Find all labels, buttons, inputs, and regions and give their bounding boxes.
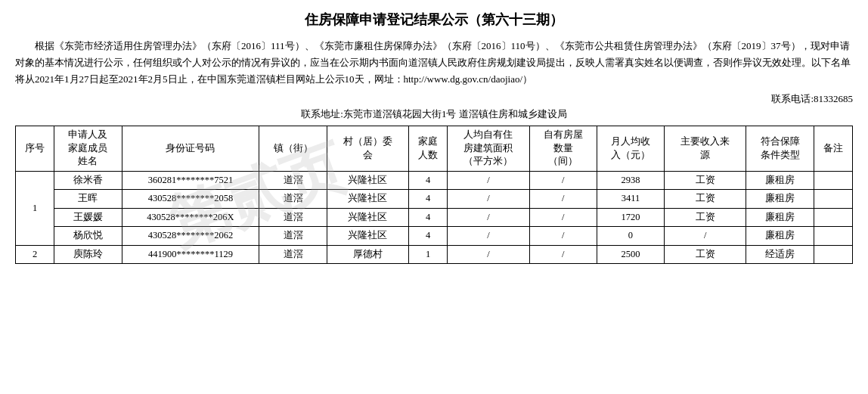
cell-village: 兴隆社区: [327, 208, 408, 227]
cell-type: 廉租房: [746, 190, 814, 209]
cell-family: 1: [409, 245, 448, 264]
cell-name: 杨欣悦: [54, 227, 122, 246]
cell-town: 道滘: [259, 208, 327, 227]
contact-phone: 联系电话:81332685: [15, 92, 853, 106]
cell-source: 工资: [665, 208, 746, 227]
header-note: 备注: [814, 126, 852, 172]
header-town: 镇（街）: [259, 126, 327, 172]
header-seq: 序号: [16, 126, 54, 172]
cell-village: 厚德村: [327, 245, 408, 264]
cell-type: 廉租房: [746, 208, 814, 227]
cell-id: 360281********7521: [122, 171, 259, 190]
cell-id: 441900********1129: [122, 245, 259, 264]
cell-village: 兴隆社区: [327, 190, 408, 209]
table-row: 王晖430528********2058道滘兴隆社区4//3411工资廉租房: [16, 190, 853, 209]
cell-village: 兴隆社区: [327, 171, 408, 190]
header-village: 村（居）委会: [327, 126, 408, 172]
cell-id: 430528********206X: [122, 208, 259, 227]
cell-seq: 1: [16, 171, 54, 245]
cell-town: 道滘: [259, 245, 327, 264]
cell-seq: 2: [16, 245, 54, 264]
cell-source: /: [665, 227, 746, 246]
cell-id: 430528********2058: [122, 190, 259, 209]
table-container: 第贰页 序号 申请人及家庭成员姓名 身份证号码 镇（街） 村（居）委会 家庭人数…: [15, 126, 853, 264]
cell-rooms: /: [529, 245, 597, 264]
cell-area: /: [448, 245, 529, 264]
cell-income: 2500: [597, 245, 664, 264]
cell-income: 0: [597, 227, 664, 246]
cell-rooms: /: [529, 171, 597, 190]
cell-area: /: [448, 171, 529, 190]
cell-family: 4: [409, 227, 448, 246]
cell-note: [814, 245, 852, 264]
cell-town: 道滘: [259, 190, 327, 209]
cell-note: [814, 190, 852, 209]
cell-area: /: [448, 208, 529, 227]
cell-income: 1720: [597, 208, 664, 227]
cell-rooms: /: [529, 227, 597, 246]
cell-family: 4: [409, 208, 448, 227]
cell-type: 廉租房: [746, 227, 814, 246]
cell-family: 4: [409, 171, 448, 190]
cell-name: 王媛媛: [54, 208, 122, 227]
table-row: 杨欣悦430528********2062道滘兴隆社区4//0/廉租房: [16, 227, 853, 246]
cell-income: 2938: [597, 171, 664, 190]
header-area: 人均自有住房建筑面积（平方米）: [448, 126, 529, 172]
contact-address: 联系地址:东莞市道滘镇花园大街1号 道滘镇住房和城乡建设局: [15, 107, 853, 121]
header-income: 月人均收入（元）: [597, 126, 664, 172]
cell-source: 工资: [665, 171, 746, 190]
cell-income: 3411: [597, 190, 664, 209]
cell-family: 4: [409, 190, 448, 209]
cell-town: 道滘: [259, 171, 327, 190]
cell-type: 经适房: [746, 245, 814, 264]
header-name: 申请人及家庭成员姓名: [54, 126, 122, 172]
header-source: 主要收入来源: [665, 126, 746, 172]
cell-type: 廉租房: [746, 171, 814, 190]
cell-village: 兴隆社区: [327, 227, 408, 246]
intro-paragraph: 根据《东莞市经济适用住房管理办法》（东府〔2016〕111号）、《东莞市廉租住房…: [15, 38, 853, 88]
header-rooms: 自有房屋数量（间）: [529, 126, 597, 172]
main-table: 序号 申请人及家庭成员姓名 身份证号码 镇（街） 村（居）委会 家庭人数 人均自…: [15, 126, 853, 264]
cell-source: 工资: [665, 190, 746, 209]
table-row: 2庾陈玲441900********1129道滘厚德村1//2500工资经适房: [16, 245, 853, 264]
cell-town: 道滘: [259, 227, 327, 246]
page-title: 住房保障申请登记结果公示（第六十三期）: [15, 11, 853, 29]
table-header-row: 序号 申请人及家庭成员姓名 身份证号码 镇（街） 村（居）委会 家庭人数 人均自…: [16, 126, 853, 172]
cell-name: 徐米香: [54, 171, 122, 190]
cell-area: /: [448, 227, 529, 246]
header-family: 家庭人数: [409, 126, 448, 172]
table-row: 1徐米香360281********7521道滘兴隆社区4//2938工资廉租房: [16, 171, 853, 190]
cell-name: 王晖: [54, 190, 122, 209]
cell-note: [814, 171, 852, 190]
cell-area: /: [448, 190, 529, 209]
cell-note: [814, 227, 852, 246]
cell-note: [814, 208, 852, 227]
table-row: 王媛媛430528********206X道滘兴隆社区4//1720工资廉租房: [16, 208, 853, 227]
cell-rooms: /: [529, 190, 597, 209]
cell-rooms: /: [529, 208, 597, 227]
header-id: 身份证号码: [122, 126, 259, 172]
cell-name: 庾陈玲: [54, 245, 122, 264]
header-type: 符合保障条件类型: [746, 126, 814, 172]
cell-source: 工资: [665, 245, 746, 264]
cell-id: 430528********2062: [122, 227, 259, 246]
